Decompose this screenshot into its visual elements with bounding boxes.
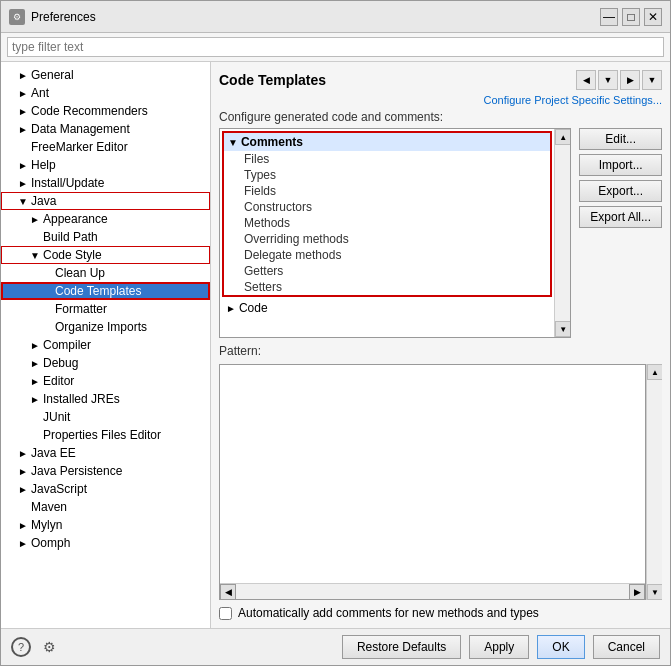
sidebar-item-oomph[interactable]: ► Oomph <box>1 534 210 552</box>
sidebar-item-data-management[interactable]: ► Data Management <box>1 120 210 138</box>
chevron-icon: ► <box>17 177 29 189</box>
sidebar-item-java[interactable]: ▼ Java <box>1 192 210 210</box>
content-title: Code Templates <box>219 72 326 88</box>
templates-panel-inner: ▼ Comments Files Types Fields Constructo… <box>220 129 570 337</box>
h-scrollbar: ◀ ▶ <box>220 583 645 599</box>
footer-left: ? ⚙ <box>11 637 59 657</box>
chevron-icon: ► <box>17 123 29 135</box>
sidebar-item-installed-jres[interactable]: ► Installed JREs <box>1 390 210 408</box>
window-controls: — □ ✕ <box>600 8 662 26</box>
template-constructors[interactable]: Constructors <box>224 199 550 215</box>
code-node[interactable]: ► Code <box>220 299 554 317</box>
template-fields[interactable]: Fields <box>224 183 550 199</box>
cancel-button[interactable]: Cancel <box>593 635 660 659</box>
help-icon[interactable]: ? <box>11 637 31 657</box>
comments-node[interactable]: ▼ Comments <box>224 133 550 151</box>
sidebar-item-junit[interactable]: ► JUnit <box>1 408 210 426</box>
template-delegate-methods[interactable]: Delegate methods <box>224 247 550 263</box>
maximize-button[interactable]: □ <box>622 8 640 26</box>
chevron-icon: ► <box>29 393 41 405</box>
comments-subitems: Files Types Fields Constructors Methods … <box>224 151 550 295</box>
ok-button[interactable]: OK <box>537 635 584 659</box>
nav-buttons: ◀ ▼ ▶ ▼ <box>576 70 662 90</box>
preferences-window: ⚙ Preferences — □ ✕ ► General ► Ant <box>0 0 671 666</box>
sidebar-item-debug[interactable]: ► Debug <box>1 354 210 372</box>
chevron-icon: ► <box>17 519 29 531</box>
apply-button[interactable]: Apply <box>469 635 529 659</box>
nav-back-button[interactable]: ◀ <box>576 70 596 90</box>
sidebar-item-maven[interactable]: ► Maven <box>1 498 210 516</box>
sidebar-item-general[interactable]: ► General <box>1 66 210 84</box>
template-files[interactable]: Files <box>224 151 550 167</box>
settings-icon[interactable]: ⚙ <box>39 637 59 657</box>
chevron-icon: ► <box>17 537 29 549</box>
export-button[interactable]: Export... <box>579 180 662 202</box>
sidebar-item-help[interactable]: ► Help <box>1 156 210 174</box>
sidebar-item-javascript[interactable]: ► JavaScript <box>1 480 210 498</box>
chevron-icon: ► <box>17 87 29 99</box>
edit-button[interactable]: Edit... <box>579 128 662 150</box>
minimize-button[interactable]: — <box>600 8 618 26</box>
code-label: Code <box>239 301 268 315</box>
window-title: Preferences <box>31 10 594 24</box>
filter-input[interactable] <box>7 37 664 57</box>
sidebar-item-code-style[interactable]: ▼ Code Style <box>1 246 210 264</box>
side-buttons: Edit... Import... Export... Export All..… <box>579 128 662 338</box>
chevron-icon: ► <box>29 213 41 225</box>
sidebar-item-formatter[interactable]: ► Formatter <box>1 300 210 318</box>
sidebar: ► General ► Ant ► Code Recommenders ► Da… <box>1 62 211 628</box>
sidebar-item-install-update[interactable]: ► Install/Update <box>1 174 210 192</box>
sidebar-item-properties-files-editor[interactable]: ► Properties Files Editor <box>1 426 210 444</box>
nav-forward-button[interactable]: ▶ <box>620 70 640 90</box>
sidebar-item-code-templates[interactable]: ► Code Templates <box>1 282 210 300</box>
chevron-icon: ► <box>29 375 41 387</box>
sidebar-item-code-recommenders[interactable]: ► Code Recommenders <box>1 102 210 120</box>
scroll-track <box>555 145 570 321</box>
sidebar-item-clean-up[interactable]: ► Clean Up <box>1 264 210 282</box>
scroll-down-button[interactable]: ▼ <box>555 321 570 337</box>
scroll-up-button[interactable]: ▲ <box>555 129 570 145</box>
pattern-scroll-down[interactable]: ▼ <box>647 584 662 600</box>
import-button[interactable]: Import... <box>579 154 662 176</box>
chevron-icon: ► <box>17 105 29 117</box>
content-area: Code Templates ◀ ▼ ▶ ▼ Configure Project… <box>211 62 670 628</box>
config-label: Configure generated code and comments: <box>219 110 662 124</box>
sidebar-item-mylyn[interactable]: ► Mylyn <box>1 516 210 534</box>
scroll-right-button[interactable]: ▶ <box>629 584 645 600</box>
restore-defaults-button[interactable]: Restore Defaults <box>342 635 461 659</box>
sidebar-item-organize-imports[interactable]: ► Organize Imports <box>1 318 210 336</box>
nav-forward-dropdown-button[interactable]: ▼ <box>642 70 662 90</box>
chevron-icon: ► <box>29 357 41 369</box>
sidebar-item-java-ee[interactable]: ► Java EE <box>1 444 210 462</box>
chevron-icon: ► <box>29 339 41 351</box>
export-all-button[interactable]: Export All... <box>579 206 662 228</box>
pattern-editor[interactable] <box>220 365 645 581</box>
pattern-box: ◀ ▶ <box>219 364 646 600</box>
template-overriding-methods[interactable]: Overriding methods <box>224 231 550 247</box>
templates-scrollbar: ▲ ▼ <box>554 129 570 337</box>
main-area: ► General ► Ant ► Code Recommenders ► Da… <box>1 62 670 628</box>
templates-area: ▼ Comments Files Types Fields Constructo… <box>219 128 662 338</box>
chevron-icon: ▼ <box>29 249 41 261</box>
filter-bar <box>1 33 670 62</box>
configure-project-link[interactable]: Configure Project Specific Settings... <box>219 94 662 106</box>
nav-dropdown-button[interactable]: ▼ <box>598 70 618 90</box>
window-icon: ⚙ <box>9 9 25 25</box>
scroll-left-button[interactable]: ◀ <box>220 584 236 600</box>
template-setters[interactable]: Setters <box>224 279 550 295</box>
sidebar-item-compiler[interactable]: ► Compiler <box>1 336 210 354</box>
sidebar-item-java-persistence[interactable]: ► Java Persistence <box>1 462 210 480</box>
sidebar-item-editor[interactable]: ► Editor <box>1 372 210 390</box>
chevron-icon: ► <box>17 447 29 459</box>
template-getters[interactable]: Getters <box>224 263 550 279</box>
chevron-right-icon: ► <box>226 303 236 314</box>
sidebar-item-build-path[interactable]: ► Build Path <box>1 228 210 246</box>
sidebar-item-appearance[interactable]: ► Appearance <box>1 210 210 228</box>
template-methods[interactable]: Methods <box>224 215 550 231</box>
sidebar-item-ant[interactable]: ► Ant <box>1 84 210 102</box>
pattern-scroll-up[interactable]: ▲ <box>647 364 662 380</box>
close-button[interactable]: ✕ <box>644 8 662 26</box>
template-types[interactable]: Types <box>224 167 550 183</box>
sidebar-item-freemarker[interactable]: ► FreeMarker Editor <box>1 138 210 156</box>
auto-comments-checkbox[interactable] <box>219 607 232 620</box>
